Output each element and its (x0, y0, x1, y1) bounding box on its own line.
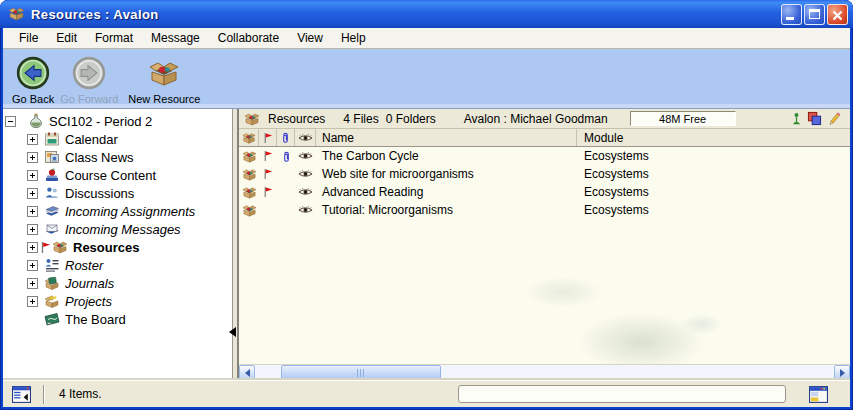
files-count: 4 Files (343, 112, 378, 126)
expand-icon[interactable] (27, 278, 38, 289)
close-button[interactable] (827, 4, 848, 25)
document-box-icon (242, 149, 257, 164)
file-row-advanced-reading[interactable]: Advanced Reading Ecosystems (239, 183, 850, 201)
tree-item-course-content[interactable]: Course Content (3, 166, 232, 184)
eye-icon[interactable] (298, 205, 313, 215)
tree-item-incoming-messages[interactable]: Incoming Messages (3, 220, 232, 238)
menu-help[interactable]: Help (332, 29, 375, 48)
tree-item-calendar[interactable]: Calendar (3, 130, 232, 148)
scrollbar-track[interactable] (255, 365, 834, 380)
messages-icon (44, 221, 60, 237)
journals-icon (44, 275, 60, 291)
column-flag[interactable] (259, 129, 277, 146)
expand-icon[interactable] (27, 242, 38, 253)
column-name[interactable]: Name (316, 129, 577, 146)
column-unread[interactable] (295, 129, 316, 146)
tree-item-projects[interactable]: Projects (3, 292, 232, 310)
horizontal-scrollbar[interactable] (239, 364, 850, 380)
new-resource-button[interactable]: New Resource (125, 52, 203, 107)
scroll-right-button[interactable] (834, 365, 850, 380)
main-area: SCI102 - Period 2 Calendar Class News Co… (3, 108, 850, 380)
go-back-button[interactable]: Go Back (9, 52, 57, 107)
tree-item-resources[interactable]: Resources (3, 238, 232, 256)
file-module: Ecosystems (577, 183, 850, 201)
menu-message[interactable]: Message (142, 29, 209, 48)
file-row-web-site[interactable]: Web site for microorganisms Ecosystems (239, 165, 850, 183)
tree-item-roster[interactable]: Roster (3, 256, 232, 274)
eye-icon[interactable] (298, 169, 313, 179)
course-content-icon (44, 167, 60, 183)
column-header-row: Name Module (239, 129, 850, 147)
go-back-icon (16, 54, 50, 92)
expand-icon[interactable] (27, 188, 38, 199)
collapse-expander-icon[interactable] (5, 116, 16, 127)
app-icon (8, 5, 25, 26)
flag-icon (40, 241, 51, 254)
layout-toggle-icon[interactable] (809, 386, 828, 403)
folders-count: 0 Folders (386, 112, 436, 126)
scroll-left-button[interactable] (239, 365, 255, 380)
status-bar: 4 Items. (3, 380, 850, 407)
items-count: 4 Items. (59, 381, 102, 408)
expand-icon[interactable] (27, 134, 38, 145)
panel-splitter[interactable] (232, 109, 238, 380)
go-forward-icon (72, 54, 106, 92)
grip-icon (357, 369, 366, 377)
pencil-icon[interactable] (828, 111, 841, 126)
title-bar[interactable]: Resources : Avalon (0, 0, 853, 28)
go-forward-button[interactable]: Go Forward (57, 52, 121, 107)
tree-item-the-board[interactable]: The Board (3, 310, 232, 328)
tree-panel: SCI102 - Period 2 Calendar Class News Co… (3, 109, 232, 380)
expand-icon[interactable] (27, 152, 38, 163)
assignments-icon (44, 203, 60, 219)
menu-collaborate[interactable]: Collaborate (209, 29, 288, 48)
tree-item-class-news[interactable]: Class News (3, 148, 232, 166)
flag-icon (263, 132, 273, 144)
column-item-icon[interactable] (239, 129, 259, 146)
tree-item-sci102[interactable]: SCI102 - Period 2 (3, 112, 232, 130)
file-name[interactable]: Web site for microorganisms (316, 165, 577, 183)
roster-icon (44, 257, 60, 273)
calendar-icon (44, 131, 60, 147)
expand-icon[interactable] (27, 206, 38, 217)
file-name[interactable]: The Carbon Cycle (316, 147, 577, 165)
file-row-tutorial[interactable]: Tutorial: Microorganisms Ecosystems (239, 201, 850, 219)
person-icon[interactable] (792, 112, 801, 125)
new-resource-label: New Resource (128, 93, 200, 105)
maximize-button[interactable] (804, 4, 825, 25)
minimize-icon (786, 17, 794, 20)
arrow-right-icon (840, 369, 845, 377)
menu-edit[interactable]: Edit (47, 29, 86, 48)
tree-item-journals[interactable]: Journals (3, 274, 232, 292)
file-name[interactable]: Tutorial: Microorganisms (316, 201, 577, 219)
eye-icon[interactable] (298, 187, 313, 197)
flag-icon (263, 186, 273, 198)
layers-icon[interactable] (807, 111, 822, 126)
expand-icon[interactable] (27, 260, 38, 271)
resources-box-icon (244, 111, 260, 127)
expand-icon[interactable] (27, 170, 38, 181)
expand-icon[interactable] (27, 296, 38, 307)
minimize-button[interactable] (781, 4, 802, 25)
split-view-toggle-icon[interactable] (12, 386, 31, 403)
menu-file[interactable]: File (10, 29, 47, 48)
tree-item-discussions[interactable]: Discussions (3, 184, 232, 202)
file-row-carbon-cycle[interactable]: The Carbon Cycle Ecosystems (239, 147, 850, 165)
eye-icon[interactable] (298, 151, 313, 161)
file-list: The Carbon Cycle Ecosystems Web site for… (239, 147, 850, 364)
tree-item-incoming-assignments[interactable]: Incoming Assignments (3, 202, 232, 220)
column-attachment[interactable] (277, 129, 295, 146)
panel-info-bar: Resources 4 Files 0 Folders Avalon : Mic… (239, 109, 850, 129)
discussions-icon (44, 185, 60, 201)
menu-format[interactable]: Format (86, 29, 142, 48)
scrollbar-thumb[interactable] (281, 365, 441, 380)
status-separator (43, 385, 45, 404)
file-name[interactable]: Advanced Reading (316, 183, 577, 201)
arrow-left-icon (245, 369, 250, 377)
splitter-collapse-icon[interactable] (229, 327, 236, 337)
eye-icon (298, 133, 313, 143)
go-forward-label: Go Forward (60, 93, 118, 105)
menu-view[interactable]: View (288, 29, 332, 48)
column-module[interactable]: Module (577, 129, 850, 146)
expand-icon[interactable] (27, 224, 38, 235)
